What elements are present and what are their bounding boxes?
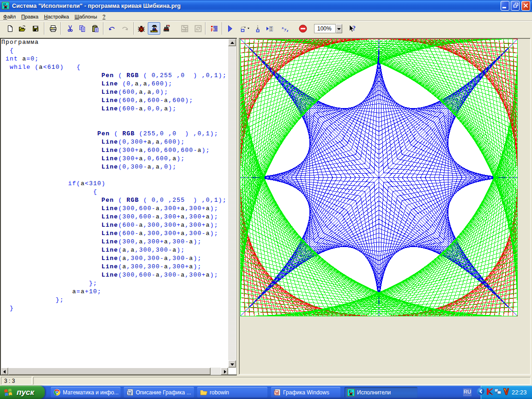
svg-text:x: x	[281, 25, 284, 30]
svg-text:?: ?	[352, 25, 356, 32]
svg-text:W: W	[275, 391, 279, 395]
svg-text:W: W	[127, 391, 132, 395]
svg-text:z: z	[286, 29, 289, 32]
